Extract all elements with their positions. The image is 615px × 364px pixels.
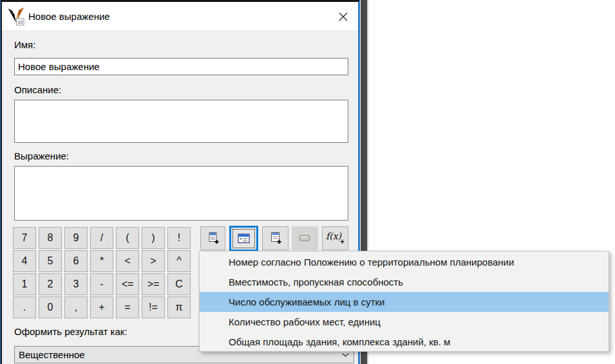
calc-button-greater[interactable]: > [142,250,165,272]
calc-button-0[interactable]: 0 [39,296,62,318]
calc-button-less-equal[interactable]: <= [116,273,139,295]
close-button[interactable] [333,8,354,25]
calc-button-clear[interactable]: C [167,273,191,295]
name-label: Имя: [14,39,35,50]
calc-button-close-paren[interactable]: ) [142,227,165,249]
fx-icon: f(x)+ [326,231,345,246]
app-logo-icon: 10 [7,6,25,26]
app-icon-badge: 10 [17,19,23,25]
chevron-down-icon [341,352,350,358]
calc-button-6[interactable]: 6 [64,250,88,272]
close-icon [338,12,348,22]
calc-button-less[interactable]: < [116,250,139,272]
result-type-label: Оформить результат как: [14,326,128,337]
calc-button-9[interactable]: 9 [64,227,88,249]
calc-button-multiply[interactable]: * [90,250,113,272]
window-list-icon [238,233,251,244]
calc-button-comma[interactable]: , [64,296,88,318]
name-input[interactable] [14,58,348,75]
add-table-button[interactable] [262,226,289,250]
calc-button-open-paren[interactable]: ( [116,227,139,249]
dialog-titlebar[interactable]: 10 Новое выражение [2,2,358,30]
insert-attribute-button[interactable] [229,226,258,251]
expression-label: Выражение: [14,150,69,161]
calc-button-2[interactable]: 2 [39,273,62,295]
description-label: Описание: [14,84,61,95]
disabled-button [292,226,318,250]
calc-button-dot[interactable]: . [13,296,36,318]
button-icon [299,235,311,242]
calc-button-7[interactable]: 7 [13,227,36,249]
calc-button-5[interactable]: 5 [39,250,62,272]
menu-item-workplaces[interactable]: Количество рабочих мест, единиц [200,312,609,332]
description-input[interactable] [14,100,348,143]
calc-button-3[interactable]: 3 [64,273,88,295]
add-record-button[interactable] [200,226,225,250]
calc-button-equal[interactable]: = [116,296,139,318]
calc-button-not-equal[interactable]: != [142,296,165,318]
calc-button-8[interactable]: 8 [39,227,62,249]
calc-button-divide[interactable]: / [90,227,113,249]
table-plus-icon [269,232,282,245]
insert-function-button[interactable]: f(x)+ [322,226,348,250]
calc-button-1[interactable]: 1 [13,273,36,295]
calc-button-4[interactable]: 4 [13,250,36,272]
menu-item-persons-per-day[interactable]: Число обслуживаемых лиц в сутки [200,292,609,312]
menu-item-total-area[interactable]: Общая площадь здания, комплекса зданий, … [200,332,609,352]
menu-item-territorial-number[interactable]: Номер согласно Положению о территориальн… [200,252,609,272]
form-plus-icon [207,232,220,245]
calc-button-plus[interactable]: + [90,296,113,318]
dialog-left-accent-border [0,0,1,364]
calc-button-not[interactable]: ! [167,227,191,249]
calc-button-power[interactable]: ^ [167,250,191,272]
calc-button-minus[interactable]: - [90,273,113,295]
expression-input[interactable] [14,166,348,221]
calc-button-pi[interactable]: π [167,296,191,318]
attribute-dropdown-menu: Номер согласно Положению о территориальн… [199,251,609,352]
dialog-title: Новое выражение [28,11,110,22]
calculator-keypad: 7 8 9 / ( ) ! 4 5 6 * < > ^ 1 2 3 - <= >… [13,227,191,318]
menu-item-capacity[interactable]: Вместимость, пропускная способность [200,272,609,292]
calc-button-greater-equal[interactable]: >= [142,273,165,295]
